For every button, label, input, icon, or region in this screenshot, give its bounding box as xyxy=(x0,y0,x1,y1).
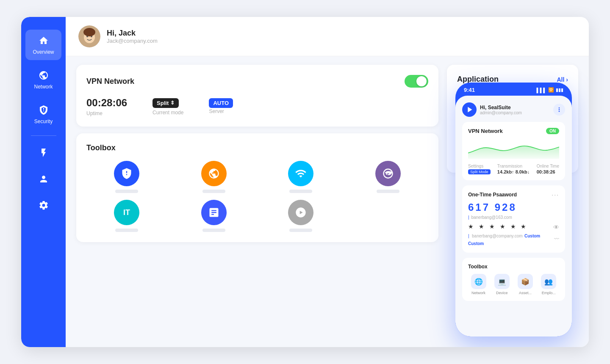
svg-point-4 xyxy=(83,28,95,36)
server-label: Server xyxy=(209,108,233,114)
sidebar-divider xyxy=(31,135,56,136)
phone-tool-device-label: Device xyxy=(496,291,508,295)
phone-settings-icon[interactable] xyxy=(553,104,565,116)
phone-otp-title: One-Time Psaaword xyxy=(468,192,517,198)
tool-item-security[interactable] xyxy=(86,161,167,193)
phone-toolbox-grid: 🌐 Network 💻 Device 📦 Asset... 👥 Emplo... xyxy=(468,274,559,295)
vpn-card: VPN Network 00:28:06 Uptime Split xyxy=(76,65,438,127)
phone-vpn-chart xyxy=(468,138,559,160)
phone-otp-copy-icon[interactable]: 〰 xyxy=(554,236,559,242)
mode-label: Current mode xyxy=(152,110,183,116)
tool-item-device[interactable] xyxy=(174,200,254,232)
lab-icon xyxy=(38,147,50,159)
uptime-block: 00:28:06 Uptime xyxy=(86,97,127,116)
header: Hi, Jack Jack@company.com xyxy=(66,17,589,56)
shield-icon xyxy=(38,104,50,116)
uptime-value: 00:28:06 xyxy=(86,97,127,109)
greeting-text: Hi, Jack xyxy=(107,29,158,38)
app-container: Overview Network Security xyxy=(21,17,589,347)
tool-label-bar-5 xyxy=(115,229,138,232)
header-info: Hi, Jack Jack@company.com xyxy=(107,29,158,44)
battery-icon: ▮▮▮ xyxy=(556,87,563,93)
phone-vpn-title: VPN Network xyxy=(468,128,503,134)
phone-body: Hi, SealSuite admin@company.com VPN Netw… xyxy=(455,96,572,336)
sidebar-network-label: Network xyxy=(34,84,53,90)
phone-transmission-value: 14.2kb↑ 8.0kb↓ xyxy=(497,169,530,174)
sidebar-item-network[interactable]: Network xyxy=(25,64,61,95)
phone-mode-badge: Split Mode xyxy=(468,169,491,174)
phone-tool-employee[interactable]: 👥 Emplo... xyxy=(538,274,559,295)
phone-time: 9:41 xyxy=(464,87,475,93)
network-icon xyxy=(38,69,50,81)
phone-otp-custom-link[interactable]: Custom xyxy=(524,234,540,238)
phone-toolbox-title: Toolbox xyxy=(468,264,559,270)
phone-otp-card: One-Time Psaaword ··· 617 928 | banerban… xyxy=(462,185,565,253)
phone-otp-eye-icon[interactable]: 👁 xyxy=(553,224,559,231)
tool-icon-wifi xyxy=(288,161,313,186)
toolbox-grid: IT xyxy=(86,161,428,232)
tool-icon-more xyxy=(288,200,313,225)
phone-vpn-header: VPN Network ON xyxy=(468,128,559,134)
sidebar-item-user[interactable] xyxy=(25,168,61,190)
phone-user-info: Hi, SealSuite admin@company.com xyxy=(480,105,522,115)
sidebar-item-settings[interactable] xyxy=(25,194,61,216)
phone-tool-device[interactable]: 💻 Device xyxy=(491,274,512,295)
wifi-icon: 🛜 xyxy=(548,87,554,93)
phone-admin-email: admin@company.com xyxy=(480,110,522,115)
phone-mockup: 9:41 ▌▌▌ 🛜 ▮▮▮ Hi, SealSuite admin@compa… xyxy=(455,83,572,336)
phone-vpn-toggle[interactable]: ON xyxy=(546,128,559,134)
avatar xyxy=(78,25,100,47)
sidebar-item-lab[interactable] xyxy=(25,142,61,164)
phone-tool-asset-label: Asset... xyxy=(519,291,532,295)
phone-settings-stat: Settings Split Mode xyxy=(468,164,491,174)
phone-tool-network-label: Network xyxy=(471,291,485,295)
mode-badge[interactable]: Split ⇕ xyxy=(152,98,179,108)
email-text: Jack@company.com xyxy=(107,38,158,44)
phone-otp-menu[interactable]: ··· xyxy=(552,191,559,198)
all-link[interactable]: All › xyxy=(557,76,568,83)
phone-otp-stars: ★ ★ ★ ★ ★ ★ xyxy=(468,223,528,230)
mode-text: Split xyxy=(157,100,169,106)
phone-username: Hi, SealSuite xyxy=(480,105,522,110)
mode-block: Split ⇕ Current mode xyxy=(152,98,183,116)
mode-arrows: ⇕ xyxy=(170,100,175,106)
sidebar-security-label: Security xyxy=(34,119,53,124)
user-icon xyxy=(38,173,50,185)
tool-item-more[interactable] xyxy=(261,200,341,232)
tool-icon-network xyxy=(201,161,227,186)
phone-toolbox-card: Toolbox 🌐 Network 💻 Device 📦 Asset... xyxy=(462,258,565,301)
phone-tool-employee-icon: 👥 xyxy=(541,274,556,289)
tool-icon-it: IT xyxy=(114,200,139,225)
tool-item-wifi[interactable] xyxy=(261,161,341,193)
left-panel: VPN Network 00:28:06 Uptime Split xyxy=(76,65,438,339)
tool-label-bar-2 xyxy=(202,190,225,193)
phone-online-stat: Online Time 00:38:26 xyxy=(537,164,559,174)
vpn-title: VPN Network xyxy=(86,77,134,86)
tool-label-bar xyxy=(115,190,138,193)
uptime-label: Uptime xyxy=(86,110,127,116)
sidebar-item-security[interactable]: Security xyxy=(25,99,61,130)
sidebar-item-overview[interactable]: Overview xyxy=(25,30,61,60)
vpn-stats: 00:28:06 Uptime Split ⇕ Current mode xyxy=(86,97,428,116)
phone-otp-code: 617 928 xyxy=(468,201,559,213)
phone-status-bar: 9:41 ▌▌▌ 🛜 ▮▮▮ xyxy=(455,83,572,96)
vpn-toggle[interactable] xyxy=(405,75,428,88)
phone-otp-email2: banerbang@company.com xyxy=(472,234,522,238)
phone-tool-asset[interactable]: 📦 Asset... xyxy=(515,274,536,295)
tool-item-it[interactable]: IT xyxy=(86,200,167,232)
phone-avatar xyxy=(462,102,477,117)
toolbox-card: Toolbox xyxy=(76,133,438,242)
phone-online-label: Online Time xyxy=(537,164,559,168)
phone-tool-network[interactable]: 🌐 Network xyxy=(468,274,489,295)
tool-label-bar-7 xyxy=(289,229,312,232)
tool-item-face[interactable] xyxy=(348,161,428,193)
tool-label-bar-3 xyxy=(289,190,312,193)
phone-stats: Settings Split Mode Transmission 14.2kb↑… xyxy=(468,164,559,174)
tool-label-bar-6 xyxy=(202,229,225,232)
auto-badge[interactable]: AUTO xyxy=(209,98,233,108)
tool-item-network[interactable] xyxy=(174,161,254,193)
sidebar: Overview Network Security xyxy=(21,17,66,347)
sidebar-overview-label: Overview xyxy=(33,49,54,55)
phone-icons: ▌▌▌ 🛜 ▮▮▮ xyxy=(537,87,563,93)
chevron-right-icon: › xyxy=(566,76,568,83)
